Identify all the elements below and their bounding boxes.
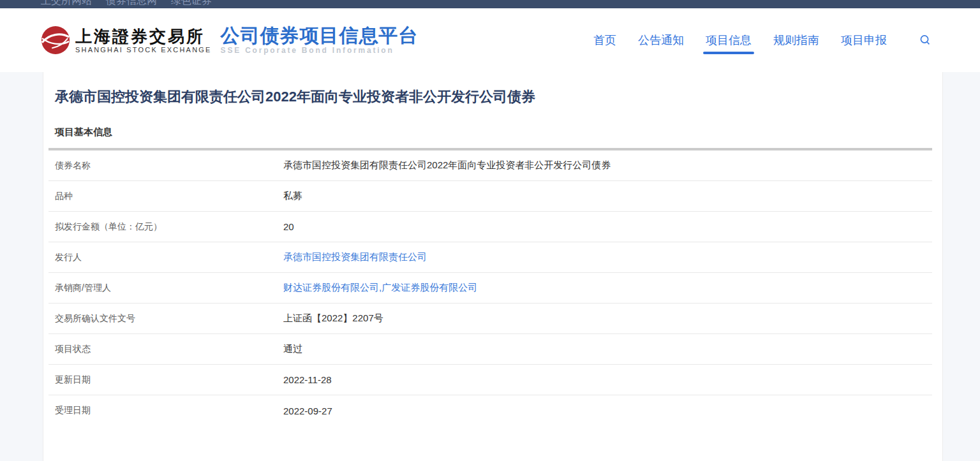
platform-name-en: SSE Corporate Bond Information xyxy=(221,46,419,55)
row-label: 品种 xyxy=(55,191,73,202)
row-value: 上证函【2022】2207号 xyxy=(283,312,383,325)
nav-item-home[interactable]: 首页 xyxy=(593,33,616,48)
table-row-variety: 品种 私募 xyxy=(48,181,932,212)
row-label: 债券名称 xyxy=(55,160,91,172)
section-title-basic-info: 项目基本信息 xyxy=(55,126,942,138)
table-row-confirmation-doc: 交易所确认文件文号 上证函【2022】2207号 xyxy=(48,304,932,334)
status-value: 通过 xyxy=(283,343,302,355)
row-value: 2022-09-27 xyxy=(283,406,332,416)
table-row-update-date: 更新日期 2022-11-28 xyxy=(48,365,932,395)
row-value: 承德市国控投资集团有限责任公司2022年面向专业投资者非公开发行公司债券 xyxy=(283,159,611,172)
site-logo[interactable]: 上海證券交易所 SHANGHAI STOCK EXCHANGE 公司债券项目信息… xyxy=(41,26,419,55)
row-label: 承销商/管理人 xyxy=(55,282,111,294)
platform-name-cn: 公司债券项目信息平台 xyxy=(221,26,419,46)
nav-item-project-info[interactable]: 项目信息 xyxy=(706,33,752,48)
exchange-name: 上海證券交易所 SHANGHAI STOCK EXCHANGE xyxy=(75,27,212,54)
top-utility-bar: 上交所网站 债券信息网 绿色证券 xyxy=(0,0,980,8)
table-row-underwriter: 承销商/管理人 财达证券股份有限公司,广发证券股份有限公司 xyxy=(48,273,932,304)
nav-item-rules-guide[interactable]: 规则指南 xyxy=(773,33,819,48)
search-icon xyxy=(919,34,932,47)
table-row-bond-name: 债券名称 承德市国控投资集团有限责任公司2022年面向专业投资者非公开发行公司债… xyxy=(48,150,932,181)
search-button[interactable] xyxy=(919,33,933,47)
row-label: 项目状态 xyxy=(55,344,91,355)
table-row-issuer: 发行人 承德市国控投资集团有限责任公司 xyxy=(48,242,932,273)
main-nav: 首页 公告通知 项目信息 规则指南 项目申报 xyxy=(572,8,980,72)
topbar-link-sse-site[interactable]: 上交所网站 xyxy=(41,0,92,6)
row-label: 拟发行金额（单位：亿元） xyxy=(55,221,162,233)
row-value: 私募 xyxy=(283,190,302,202)
row-label: 受理日期 xyxy=(55,405,91,416)
table-row-acceptance-date: 受理日期 2022-09-27 xyxy=(48,395,932,426)
table-row-planned-amount: 拟发行金额（单位：亿元） 20 xyxy=(48,212,932,242)
row-value: 2022-11-28 xyxy=(283,374,332,385)
content-card: 承德市国控投资集团有限责任公司2022年面向专业投资者非公开发行公司债券 项目基… xyxy=(43,72,943,461)
issuer-link[interactable]: 承德市国控投资集团有限责任公司 xyxy=(283,251,427,263)
row-value: 20 xyxy=(283,221,294,232)
sse-emblem-icon xyxy=(41,26,70,55)
row-label: 更新日期 xyxy=(55,374,91,386)
page-title: 承德市国控投资集团有限责任公司2022年面向专业投资者非公开发行公司债券 xyxy=(55,87,942,106)
row-label: 发行人 xyxy=(55,252,82,263)
top-utility-links: 上交所网站 债券信息网 绿色证券 xyxy=(0,0,980,6)
exchange-name-en: SHANGHAI STOCK EXCHANGE xyxy=(75,46,212,54)
topbar-link-green-securities[interactable]: 绿色证券 xyxy=(171,0,212,6)
site-header: 上海證券交易所 SHANGHAI STOCK EXCHANGE 公司债券项目信息… xyxy=(0,8,980,72)
nav-item-announcements[interactable]: 公告通知 xyxy=(638,33,684,48)
exchange-name-cn: 上海證券交易所 xyxy=(75,27,212,46)
platform-name: 公司债券项目信息平台 SSE Corporate Bond Informatio… xyxy=(221,26,419,55)
topbar-link-bond-info[interactable]: 债券信息网 xyxy=(106,0,157,6)
row-label: 交易所确认文件文号 xyxy=(55,313,135,325)
page-background: 承德市国控投资集团有限责任公司2022年面向专业投资者非公开发行公司债券 项目基… xyxy=(0,72,980,461)
table-row-project-status: 项目状态 通过 xyxy=(48,334,932,365)
nav-item-project-filing[interactable]: 项目申报 xyxy=(841,33,887,48)
project-info-table: 债券名称 承德市国控投资集团有限责任公司2022年面向专业投资者非公开发行公司债… xyxy=(48,148,932,426)
underwriter-link[interactable]: 财达证券股份有限公司,广发证券股份有限公司 xyxy=(283,282,477,294)
